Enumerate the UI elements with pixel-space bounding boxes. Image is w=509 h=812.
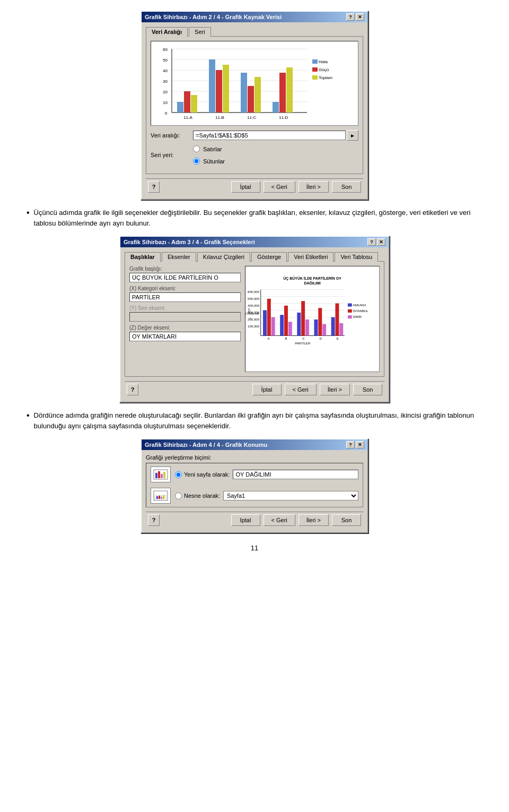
- chart-svg-step2: 60 50 40 30 20 10 0: [153, 44, 360, 124]
- help-titlebar-btn-step3[interactable]: ?: [367, 238, 376, 246]
- svg-text:ÜÇ BÜYÜK İLDE PARTİLERİN OY: ÜÇ BÜYÜK İLDE PARTİLERİN OY: [283, 276, 341, 281]
- kategori-ekseni-input[interactable]: [129, 292, 241, 302]
- nesne-icon: [151, 488, 171, 504]
- svg-text:200,000: 200,000: [248, 317, 260, 321]
- yeni-sayfa-input[interactable]: [233, 470, 358, 479]
- svg-text:11-A: 11-A: [183, 115, 193, 120]
- seri-yeri-label: Seri yeri:: [151, 152, 193, 158]
- svg-text:C: C: [302, 336, 305, 340]
- dialog-titlebar-step3: Grafik Sihirbazı - Adım 3 / 4 - Grafik S…: [120, 237, 389, 247]
- help-button-step3[interactable]: ?: [127, 384, 138, 395]
- object-chart-icon: [153, 490, 169, 502]
- dialog-step3: Grafik Sihirbazı - Adım 3 / 4 - Grafik S…: [119, 236, 390, 403]
- son-button-step3[interactable]: Son: [353, 384, 382, 395]
- iptal-button-step2[interactable]: İptal: [231, 181, 260, 193]
- svg-text:40: 40: [163, 68, 168, 73]
- titlebar-buttons: ? ✕: [346, 13, 364, 21]
- svg-text:-: -: [258, 331, 259, 335]
- svg-rect-17: [184, 91, 190, 113]
- veri-araligi-input[interactable]: [193, 131, 346, 140]
- geri-button-step2[interactable]: < Geri: [264, 181, 295, 193]
- tab-basliklar[interactable]: Başlıklar: [125, 252, 161, 262]
- close-titlebar-btn-step4[interactable]: ✕: [356, 441, 364, 448]
- page-number: 11: [21, 544, 488, 552]
- tab-veri-etiketleri[interactable]: Veri Etiketleri: [288, 252, 334, 262]
- tab-eksenler[interactable]: Eksenler: [162, 252, 196, 262]
- help-button-step2[interactable]: ?: [148, 181, 160, 193]
- svg-text:0: 0: [165, 111, 168, 116]
- svg-rect-71: [335, 304, 339, 336]
- help-titlebar-btn-step4[interactable]: ?: [346, 441, 355, 448]
- svg-rect-79: [348, 304, 352, 307]
- titlebar-buttons-step4: ? ✕: [346, 441, 364, 448]
- svg-text:600,000: 600,000: [248, 290, 260, 293]
- help-titlebar-btn[interactable]: ?: [346, 13, 355, 21]
- svg-rect-16: [177, 102, 183, 113]
- svg-text:D: D: [319, 336, 322, 340]
- tab-veri-araligi[interactable]: Veri Aralığı: [146, 27, 188, 37]
- ileri-button-step3[interactable]: İleri >: [320, 384, 350, 395]
- seri-ekseni-input[interactable]: [129, 312, 241, 322]
- geri-button-step4[interactable]: < Geri: [264, 514, 295, 526]
- svg-text:İSTANBUL: İSTANBUL: [353, 309, 368, 313]
- svg-text:20: 20: [163, 90, 168, 94]
- dialog-title-step4: Grafik Sihirbazı - Adım 4 / 4 - Grafik K…: [145, 442, 267, 448]
- tab-veri-tablosu[interactable]: Veri Tablosu: [335, 252, 378, 262]
- radio-sutunlar[interactable]: [193, 158, 200, 165]
- help-button-step4[interactable]: ?: [148, 514, 160, 526]
- seri-yeri-row: Seri yeri: Satırlar Sütunlar: [151, 144, 358, 166]
- svg-text:Hata: Hata: [319, 59, 328, 64]
- tab-seri[interactable]: Seri: [189, 27, 211, 37]
- svg-text:11-B: 11-B: [215, 115, 224, 120]
- son-button-step4[interactable]: Son: [332, 514, 361, 526]
- radio-sutunlar-row: Sütunlar: [193, 158, 225, 165]
- close-titlebar-btn-step3[interactable]: ✕: [377, 238, 385, 246]
- svg-rect-59: [267, 299, 271, 336]
- iptal-button-step4[interactable]: Iptal: [231, 514, 260, 526]
- dialog-step2: Grafik Sihirbazı - Adım 2 / 4 - Grafik K…: [141, 11, 368, 200]
- radio-sutunlar-label: Sütunlar: [203, 158, 225, 165]
- veri-araligi-browse-btn[interactable]: ►: [347, 130, 358, 141]
- svg-text:11-C: 11-C: [247, 115, 257, 120]
- button-row-step3: ? İptal < Geri İleri > Son: [125, 381, 384, 398]
- bullet-2: •: [27, 410, 30, 420]
- iptal-button-step3[interactable]: İptal: [252, 384, 282, 395]
- son-button-step2[interactable]: Son: [332, 181, 361, 193]
- new-page-chart-icon: [153, 469, 169, 480]
- svg-text:E: E: [337, 336, 339, 340]
- grafik-yerlestirme-label: Grafiği yerleştirme biçimi:: [146, 454, 363, 461]
- grafik-basligi-input[interactable]: [129, 273, 241, 282]
- radio-yeni-sayfa[interactable]: [175, 471, 182, 478]
- dialog-title-step2: Grafik Sihirbazı - Adım 2 / 4 - Grafik K…: [145, 14, 282, 20]
- ileri-button-step2[interactable]: İleri >: [299, 181, 329, 193]
- deger-ekseni-input[interactable]: [129, 332, 241, 341]
- svg-text:B: B: [285, 336, 287, 340]
- text-content-1: Üçüncü adımda grafik ile ilgili seçenekl…: [34, 208, 482, 228]
- yeni-sayfa-row: Yeni sayfa olarak:: [151, 467, 358, 482]
- tab-kilavuz[interactable]: Kılavuz Çizgileri: [197, 252, 250, 262]
- page-number-text: 11: [251, 544, 258, 552]
- svg-rect-60: [271, 317, 275, 336]
- nesne-select[interactable]: Sayfa1: [223, 491, 358, 500]
- svg-rect-27: [286, 67, 293, 113]
- dialog-title-step3: Grafik Sihirbazı - Adım 3 / 4 - Grafik S…: [124, 239, 255, 245]
- radio-satirlar[interactable]: [193, 145, 200, 152]
- radio-nesne[interactable]: [175, 493, 182, 499]
- svg-text:400,000: 400,000: [248, 304, 260, 307]
- svg-rect-87: [158, 471, 160, 478]
- svg-text:100,000: 100,000: [248, 324, 260, 328]
- tab-gosterge[interactable]: Gösterge: [251, 252, 287, 262]
- deger-ekseni-label: (Z) Değer ekseni:: [129, 325, 241, 331]
- svg-rect-95: [163, 495, 164, 499]
- svg-text:PARTİLER: PARTİLER: [295, 341, 311, 345]
- seri-ekseni-group: (Y) Seri ekseni:: [129, 305, 241, 322]
- grafik-basligi-label: Grafik başlığı:: [129, 266, 241, 272]
- ileri-button-step4[interactable]: İleri >: [299, 514, 329, 526]
- svg-rect-34: [312, 67, 318, 72]
- close-titlebar-btn[interactable]: ✕: [356, 13, 364, 21]
- radio-satirlar-row: Satırlar: [193, 145, 225, 152]
- svg-rect-19: [209, 59, 215, 113]
- radio-satirlar-label: Satırlar: [203, 146, 222, 152]
- tab-row-step3: Başlıklar Eksenler Kılavuz Çizgileri Gös…: [125, 252, 384, 261]
- geri-button-step3[interactable]: < Geri: [285, 384, 317, 395]
